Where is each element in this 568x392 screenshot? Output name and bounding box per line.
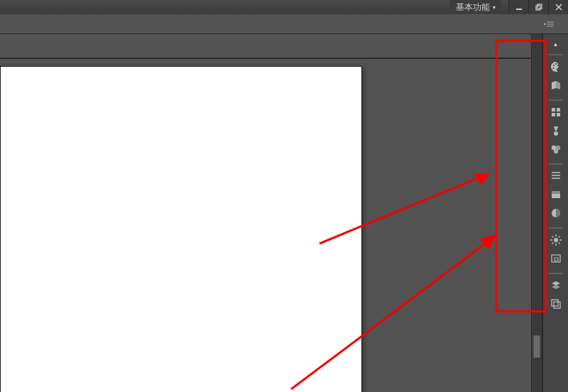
svg-rect-1: [536, 6, 540, 10]
svg-rect-27: [552, 191, 560, 194]
panel-grip-icon[interactable]: [543, 227, 568, 229]
channels-panel-icon[interactable]: [545, 295, 567, 313]
svg-rect-17: [552, 113, 555, 116]
svg-marker-13: [552, 81, 556, 89]
svg-rect-16: [557, 108, 560, 111]
panel-grip-icon[interactable]: [543, 163, 568, 165]
svg-point-10: [555, 63, 556, 65]
window-controls: [508, 0, 568, 14]
adjustments-panel-icon[interactable]: [545, 204, 567, 222]
svg-point-22: [553, 149, 557, 153]
libraries-panel-icon[interactable]: [545, 103, 567, 121]
vertical-scrollbar[interactable]: [531, 34, 542, 392]
chevron-down-icon: ▾: [493, 4, 496, 11]
document-canvas[interactable]: [0, 66, 362, 392]
scrollbar-thumb[interactable]: [533, 335, 540, 358]
svg-line-34: [552, 236, 553, 238]
panel-group: [543, 271, 568, 315]
svg-line-35: [558, 243, 559, 244]
svg-marker-14: [556, 81, 560, 89]
paragraph-panel-icon[interactable]: [545, 167, 567, 185]
workspace: ▲: [0, 34, 568, 392]
layers-panel-icon[interactable]: [545, 276, 567, 295]
svg-point-19: [554, 131, 558, 136]
panel-group: [543, 52, 568, 96]
options-bar: [0, 14, 568, 34]
svg-line-37: [552, 243, 553, 244]
options-menu-icon[interactable]: [544, 21, 554, 28]
workspace-switcher[interactable]: 基本功能 ▾: [450, 0, 501, 14]
svg-line-36: [558, 236, 559, 238]
svg-point-9: [552, 65, 554, 66]
document-tabbar: [0, 58, 542, 59]
panel-group: [543, 161, 568, 224]
restore-button[interactable]: [528, 0, 548, 14]
panel-dock: ▲: [542, 34, 568, 392]
workspace-label: 基本功能: [456, 1, 490, 13]
panel-grip-icon[interactable]: [543, 99, 568, 102]
swatches-panel-icon[interactable]: [545, 76, 567, 94]
svg-point-29: [554, 238, 558, 242]
histogram-panel-icon[interactable]: [545, 249, 567, 268]
color-panel-icon[interactable]: [545, 58, 567, 76]
panel-grip-icon[interactable]: [543, 272, 568, 275]
svg-rect-39: [555, 258, 558, 261]
character-panel-icon[interactable]: [545, 185, 567, 204]
close-button[interactable]: [548, 0, 568, 14]
svg-rect-18: [557, 113, 560, 116]
svg-rect-15: [552, 108, 555, 111]
svg-rect-2: [537, 4, 542, 9]
expand-panels-icon[interactable]: ▲: [543, 40, 568, 52]
panel-grip-icon[interactable]: [543, 53, 568, 56]
svg-rect-42: [552, 300, 558, 306]
svg-marker-41: [552, 285, 560, 289]
svg-point-11: [557, 65, 558, 66]
brushes-panel-icon[interactable]: [545, 121, 567, 140]
svg-marker-8: [544, 23, 546, 26]
canvas-area: [0, 34, 542, 392]
svg-rect-43: [554, 302, 560, 308]
navigator-panel-icon[interactable]: [545, 231, 567, 249]
panel-group: [543, 97, 568, 160]
styles-panel-icon[interactable]: [545, 140, 567, 158]
panel-group: [543, 225, 568, 269]
svg-point-12: [552, 67, 554, 69]
titlebar: 基本功能 ▾: [0, 0, 568, 14]
minimize-button[interactable]: [508, 0, 528, 14]
